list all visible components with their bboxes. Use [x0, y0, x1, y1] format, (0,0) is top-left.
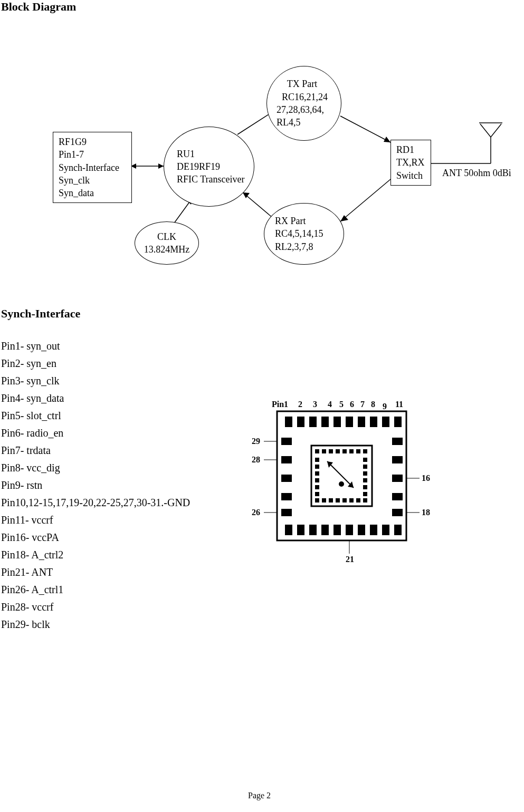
svg-rect-34	[334, 525, 341, 535]
svg-rect-60	[329, 498, 333, 502]
svg-rect-72	[363, 458, 367, 462]
svg-rect-77	[363, 492, 367, 496]
svg-rect-36	[358, 525, 365, 535]
svg-rect-65	[363, 498, 367, 502]
pin-item: Pin7- trdata	[1, 442, 190, 459]
text: RL4,5	[277, 116, 328, 129]
svg-rect-23	[321, 417, 329, 427]
svg-rect-58	[315, 498, 319, 502]
svg-rect-62	[342, 498, 347, 502]
svg-rect-56	[356, 449, 360, 453]
pin-label: 8	[371, 400, 375, 409]
svg-rect-24	[334, 417, 341, 427]
node-rf1g9: RF1G9 Pin1-7 Synch-Interface Syn_clk Syn…	[53, 132, 132, 203]
svg-rect-70	[315, 485, 319, 489]
page-footer: Page 2	[248, 791, 271, 800]
svg-rect-21	[297, 417, 304, 427]
svg-rect-57	[363, 449, 367, 453]
svg-rect-20	[285, 417, 292, 427]
text: RC4,5,14,15	[275, 227, 323, 240]
pin-label: 26	[252, 508, 260, 517]
pin-item: Pin28- vccrf	[1, 598, 190, 616]
svg-rect-49	[392, 509, 403, 516]
svg-rect-73	[363, 465, 367, 469]
svg-rect-46	[392, 456, 403, 463]
block-diagram: RF1G9 Pin1-7 Synch-Interface Syn_clk Syn…	[53, 74, 522, 279]
svg-rect-47	[392, 475, 403, 482]
pin-item: Pin26- A_ctrl1	[1, 581, 190, 598]
heading-block-diagram: Block Diagram	[1, 0, 76, 14]
pin-item: Pin18- A_ctrl2	[1, 546, 190, 564]
svg-rect-32	[309, 525, 317, 535]
pin-label: 6	[350, 400, 354, 409]
pin-label: 3	[313, 400, 317, 409]
svg-line-16	[491, 124, 501, 137]
svg-rect-33	[321, 525, 329, 535]
svg-rect-59	[322, 498, 326, 502]
node-switch: RD1 TX,RX Switch	[390, 140, 431, 186]
svg-rect-29	[394, 417, 402, 427]
svg-marker-2	[158, 163, 164, 169]
pin-item: Pin5- slot_ctrl	[1, 407, 190, 424]
pin-label: 4	[328, 400, 332, 409]
pin-label: 16	[422, 473, 430, 483]
pin-item: Pin4- syn_data	[1, 390, 190, 407]
svg-rect-52	[329, 449, 333, 453]
pin-item: Pin2- syn_en	[1, 355, 190, 372]
svg-line-11	[340, 179, 390, 221]
pin-item: Pin21- ANT	[1, 564, 190, 581]
svg-rect-31	[297, 525, 304, 535]
node-rfic: RU1 DE19RF19 RFIC Transceiver	[164, 127, 254, 207]
pin-item: Pin29- bclk	[1, 616, 190, 633]
svg-rect-40	[281, 438, 292, 445]
svg-rect-66	[315, 458, 319, 462]
svg-rect-44	[281, 509, 292, 516]
text: RF1G9	[59, 136, 126, 148]
text: RC16,21,24	[277, 91, 328, 103]
text: Switch	[396, 169, 425, 182]
svg-rect-26	[358, 417, 365, 427]
heading-synch-interface: Synch-Interface	[1, 307, 80, 321]
svg-rect-42	[281, 475, 292, 482]
pin-label: 11	[395, 400, 403, 409]
svg-rect-37	[370, 525, 377, 535]
svg-rect-43	[281, 493, 292, 500]
pin-item: Pin3- syn_clk	[1, 372, 190, 390]
antenna-label: ANT 50ohm 0dBi	[442, 168, 511, 179]
svg-rect-28	[382, 417, 389, 427]
svg-rect-74	[363, 471, 367, 476]
svg-rect-39	[394, 525, 402, 535]
svg-rect-22	[309, 417, 317, 427]
svg-rect-50	[315, 449, 319, 453]
pin-list: Pin1- syn_out Pin2- syn_en Pin3- syn_clk…	[1, 337, 190, 633]
svg-rect-48	[392, 493, 403, 500]
node-tx: TX Part RC16,21,24 27,28,63,64, RL4,5	[266, 66, 341, 141]
node-rx: RX Part RC4,5,14,15 RL2,3,7,8	[264, 203, 344, 265]
svg-rect-61	[336, 498, 340, 502]
chip-diagram: Pin1 2 3 4 5 6 7 8 9 11 29 28 26 16 18 2…	[245, 390, 435, 580]
svg-rect-75	[363, 478, 367, 482]
pin-item: Pin1- syn_out	[1, 337, 190, 355]
svg-rect-25	[346, 417, 353, 427]
text: Syn_data	[59, 187, 126, 199]
svg-rect-35	[346, 525, 353, 535]
text: RFIC Transceiver	[177, 173, 245, 186]
text: CLK	[157, 230, 176, 243]
svg-line-9	[340, 116, 390, 142]
pin-label: 18	[422, 508, 430, 517]
pin-item: Pin6- radio_en	[1, 424, 190, 442]
text: 27,28,63,64,	[277, 103, 328, 116]
pin-item: Pin10,12-15,17,19-20,22-25,27,30-31.-GND	[1, 494, 190, 511]
svg-rect-45	[392, 438, 403, 445]
svg-rect-64	[356, 498, 360, 502]
pin-label: Pin1	[272, 400, 288, 409]
svg-rect-55	[349, 449, 354, 453]
text: 13.824MHz	[144, 243, 190, 256]
pin-item: Pin11- vccrf	[1, 511, 190, 529]
svg-rect-27	[370, 417, 377, 427]
svg-line-15	[480, 124, 491, 137]
svg-point-78	[339, 481, 344, 487]
text: RL2,3,7,8	[275, 240, 323, 253]
pin-item: Pin16- vccPA	[1, 529, 190, 546]
svg-rect-76	[363, 485, 367, 489]
